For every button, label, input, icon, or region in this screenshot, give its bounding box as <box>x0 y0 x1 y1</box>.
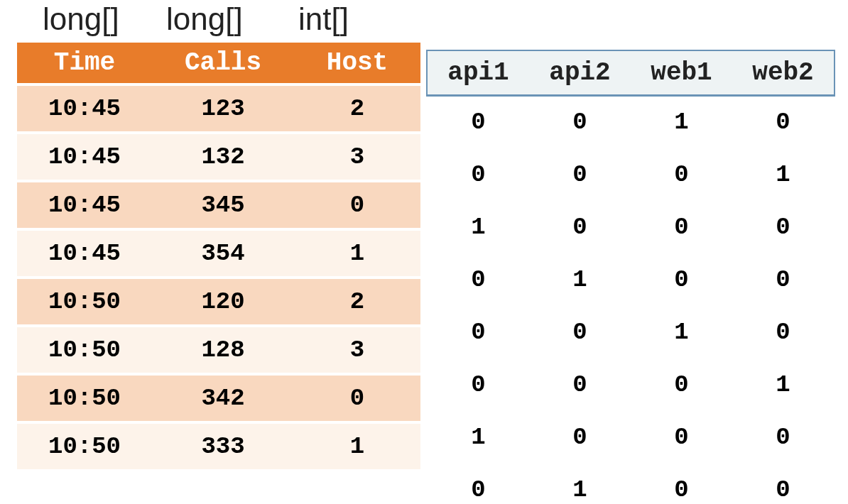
type-label-host: int[] <box>298 1 412 37</box>
onehot-cell: 0 <box>732 306 834 358</box>
cell-calls: 333 <box>152 424 294 469</box>
main-header-row: Time Calls Host <box>17 43 420 83</box>
onehot-cell: 0 <box>732 253 834 306</box>
cell-time: 10:45 <box>17 86 152 131</box>
onehot-cell: 0 <box>529 148 631 201</box>
cell-host: 3 <box>294 327 420 373</box>
onehot-cell: 0 <box>428 95 529 148</box>
onehot-row: 0 1 0 0 <box>428 253 834 306</box>
onehot-cell: 0 <box>428 148 529 201</box>
table-row: 10:50 128 3 <box>17 327 420 373</box>
onehot-cell: 0 <box>529 201 631 253</box>
onehot-cell: 0 <box>732 201 834 253</box>
onehot-header-row: api1 api2 web1 web2 <box>428 51 834 95</box>
cell-time: 10:45 <box>17 182 152 228</box>
onehot-header-web1: web1 <box>631 51 732 95</box>
onehot-cell: 0 <box>529 95 631 148</box>
onehot-header-api1: api1 <box>428 51 529 95</box>
cell-host: 0 <box>294 376 420 421</box>
onehot-cell: 0 <box>428 464 529 504</box>
onehot-cell: 0 <box>428 358 529 411</box>
cell-host: 1 <box>294 424 420 469</box>
onehot-cell: 0 <box>631 253 732 306</box>
onehot-cell: 0 <box>631 358 732 411</box>
cell-time: 10:50 <box>17 376 152 421</box>
cell-time: 10:50 <box>17 424 152 469</box>
cell-host: 2 <box>294 279 420 324</box>
onehot-row: 0 1 0 0 <box>428 464 834 504</box>
onehot-cell: 0 <box>529 358 631 411</box>
cell-host: 0 <box>294 182 420 228</box>
onehot-row: 0 0 1 0 <box>428 306 834 358</box>
onehot-cell: 0 <box>631 411 732 464</box>
cell-calls: 132 <box>152 134 294 180</box>
diagram-container: long[] long[] int[] Time Calls Host 10:4… <box>0 0 848 504</box>
cell-host: 2 <box>294 86 420 131</box>
cell-calls: 354 <box>152 231 294 276</box>
type-label-time: long[] <box>43 1 166 37</box>
onehot-cell: 1 <box>428 411 529 464</box>
table-row: 10:45 123 2 <box>17 86 420 131</box>
cell-calls: 345 <box>152 182 294 228</box>
main-header-time: Time <box>17 43 152 83</box>
onehot-cell: 0 <box>631 201 732 253</box>
onehot-row: 0 0 0 1 <box>428 148 834 201</box>
onehot-cell: 0 <box>732 411 834 464</box>
cell-calls: 123 <box>152 86 294 131</box>
type-labels-row: long[] long[] int[] <box>17 0 420 40</box>
type-label-calls: long[] <box>166 1 298 37</box>
table-row: 10:50 342 0 <box>17 376 420 421</box>
cell-calls: 128 <box>152 327 294 373</box>
table-row: 10:50 120 2 <box>17 279 420 324</box>
onehot-cell: 0 <box>529 306 631 358</box>
cell-host: 1 <box>294 231 420 276</box>
main-table: Time Calls Host 10:45 123 2 10:45 132 3 … <box>17 40 420 472</box>
onehot-cell: 1 <box>732 358 834 411</box>
onehot-header-api2: api2 <box>529 51 631 95</box>
onehot-cell: 1 <box>428 201 529 253</box>
onehot-cell: 1 <box>631 95 732 148</box>
onehot-cell: 0 <box>631 148 732 201</box>
right-column: api1 api2 web1 web2 0 0 1 0 0 0 0 1 <box>428 0 834 504</box>
table-row: 10:50 333 1 <box>17 424 420 469</box>
onehot-row: 0 0 1 0 <box>428 95 834 148</box>
cell-calls: 342 <box>152 376 294 421</box>
cell-time: 10:45 <box>17 231 152 276</box>
onehot-row: 1 0 0 0 <box>428 411 834 464</box>
table-row: 10:45 132 3 <box>17 134 420 180</box>
onehot-cell: 1 <box>529 464 631 504</box>
onehot-cell: 1 <box>732 148 834 201</box>
onehot-cell: 0 <box>732 464 834 504</box>
onehot-cell: 0 <box>428 306 529 358</box>
onehot-cell: 1 <box>529 253 631 306</box>
onehot-table: api1 api2 web1 web2 0 0 1 0 0 0 0 1 <box>428 51 834 504</box>
onehot-cell: 0 <box>428 253 529 306</box>
cell-time: 10:50 <box>17 279 152 324</box>
cell-host: 3 <box>294 134 420 180</box>
cell-time: 10:45 <box>17 134 152 180</box>
main-header-calls: Calls <box>152 43 294 83</box>
cell-time: 10:50 <box>17 327 152 373</box>
onehot-row: 0 0 0 1 <box>428 358 834 411</box>
onehot-cell: 0 <box>732 95 834 148</box>
onehot-row: 1 0 0 0 <box>428 201 834 253</box>
main-header-host: Host <box>294 43 420 83</box>
onehot-cell: 0 <box>631 464 732 504</box>
onehot-header-web2: web2 <box>732 51 834 95</box>
onehot-cell: 1 <box>631 306 732 358</box>
table-row: 10:45 345 0 <box>17 182 420 228</box>
onehot-cell: 0 <box>529 411 631 464</box>
table-row: 10:45 354 1 <box>17 231 420 276</box>
left-column: long[] long[] int[] Time Calls Host 10:4… <box>17 0 420 472</box>
cell-calls: 120 <box>152 279 294 324</box>
